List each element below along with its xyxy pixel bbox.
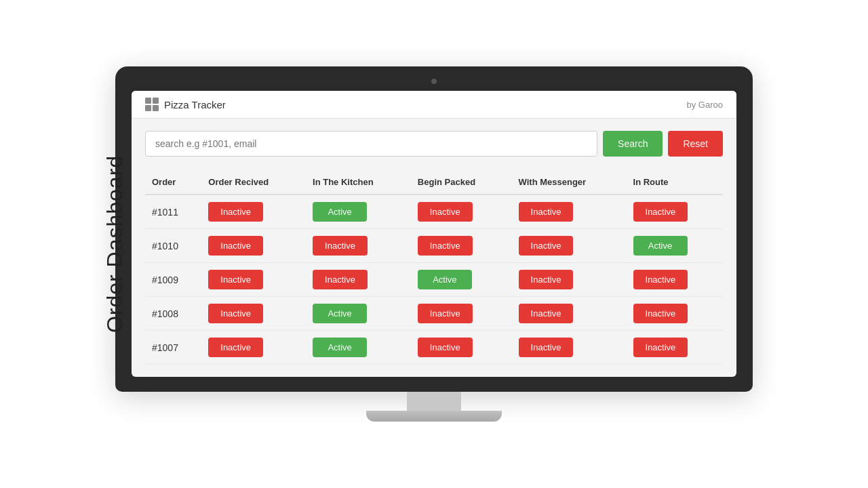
status-button-0-4[interactable]: Inactive [633,202,688,222]
status-button-3-4[interactable]: Inactive [633,304,688,323]
app-content: Search Reset Order Order Recived In The … [132,119,736,377]
status-cell-3-0: Inactive [201,297,306,331]
status-cell-3-3: Inactive [512,297,627,331]
page-title: Order Dashboard [102,155,127,333]
col-with-messenger: With Messenger [512,171,627,195]
status-cell-3-2: Inactive [411,297,512,331]
status-button-0-0[interactable]: Inactive [208,202,263,222]
status-button-2-1[interactable]: Inactive [313,270,368,289]
status-button-2-4[interactable]: Inactive [633,270,688,289]
status-cell-4-2: Inactive [411,331,512,365]
status-cell-2-4: Inactive [627,263,723,297]
monitor-stand-neck [407,392,461,411]
app-logo-icon [145,98,159,111]
search-input[interactable] [145,131,597,157]
order-number-0: #1011 [145,195,201,229]
orders-table: Order Order Recived In The Kitchen Begin… [145,171,723,365]
app-title: Pizza Tracker [164,99,226,110]
monitor-body: Pizza Tracker by Garoo Search Reset Orde… [115,66,753,392]
status-button-3-1[interactable]: Active [313,304,367,323]
status-cell-0-2: Inactive [411,195,512,229]
table-row: #1010InactiveInactiveInactiveInactiveAct… [145,229,723,263]
col-order: Order [145,171,201,195]
status-cell-4-1: Active [306,331,411,365]
status-button-1-2[interactable]: Inactive [418,236,473,256]
status-button-4-2[interactable]: Inactive [418,338,473,357]
status-button-2-2[interactable]: Active [418,270,472,289]
status-cell-2-0: Inactive [201,263,306,297]
status-button-3-0[interactable]: Inactive [208,304,263,323]
status-button-1-1[interactable]: Inactive [313,236,368,256]
monitor-camera [431,79,437,84]
order-number-2: #1009 [145,263,201,297]
status-button-0-3[interactable]: Inactive [519,202,574,222]
col-in-the-kitchen: In The Kitchen [306,171,411,195]
status-button-4-3[interactable]: Inactive [519,338,574,357]
status-cell-1-4: Active [627,229,723,263]
status-cell-1-3: Inactive [512,229,627,263]
order-number-1: #1010 [145,229,201,263]
table-body: #1011InactiveActiveInactiveInactiveInact… [145,195,723,365]
table-row: #1007InactiveActiveInactiveInactiveInact… [145,331,723,365]
status-cell-1-0: Inactive [201,229,306,263]
monitor-screen: Pizza Tracker by Garoo Search Reset Orde… [132,91,736,377]
monitor: Pizza Tracker by Garoo Search Reset Orde… [115,66,753,422]
status-cell-4-3: Inactive [512,331,627,365]
status-cell-4-0: Inactive [201,331,306,365]
status-button-0-2[interactable]: Inactive [418,202,473,222]
status-button-4-4[interactable]: Inactive [633,338,688,357]
search-bar: Search Reset [145,131,723,157]
col-order-recived: Order Recived [201,171,306,195]
monitor-stand-base [366,411,502,422]
status-cell-0-4: Inactive [627,195,723,229]
status-cell-1-2: Inactive [411,229,512,263]
status-cell-4-4: Inactive [627,331,723,365]
app-byline: by Garoo [687,100,723,110]
status-cell-0-0: Inactive [201,195,306,229]
status-cell-0-1: Active [306,195,411,229]
status-cell-2-3: Inactive [512,263,627,297]
status-button-2-0[interactable]: Inactive [208,270,263,289]
order-number-3: #1008 [145,297,201,331]
status-button-3-3[interactable]: Inactive [519,304,574,323]
status-button-0-1[interactable]: Active [313,202,367,222]
status-cell-3-1: Active [306,297,411,331]
table-row: #1009InactiveInactiveActiveInactiveInact… [145,263,723,297]
table-header: Order Order Recived In The Kitchen Begin… [145,171,723,195]
col-in-route: In Route [627,171,723,195]
status-button-1-3[interactable]: Inactive [519,236,574,256]
status-cell-3-4: Inactive [627,297,723,331]
status-button-4-0[interactable]: Inactive [208,338,263,357]
reset-button[interactable]: Reset [668,131,723,157]
status-cell-2-2: Active [411,263,512,297]
table-row: #1008InactiveActiveInactiveInactiveInact… [145,297,723,331]
status-button-4-1[interactable]: Active [313,338,367,357]
status-cell-0-3: Inactive [512,195,627,229]
status-button-2-3[interactable]: Inactive [519,270,574,289]
status-cell-2-1: Inactive [306,263,411,297]
col-begin-packed: Begin Packed [411,171,512,195]
status-button-1-4[interactable]: Active [633,236,688,256]
status-cell-1-1: Inactive [306,229,411,263]
status-button-3-2[interactable]: Inactive [418,304,473,323]
search-button[interactable]: Search [603,131,663,157]
order-number-4: #1007 [145,331,201,365]
app-header-left: Pizza Tracker [145,98,226,111]
table-row: #1011InactiveActiveInactiveInactiveInact… [145,195,723,229]
status-button-1-0[interactable]: Inactive [208,236,263,256]
app-header: Pizza Tracker by Garoo [132,91,736,119]
